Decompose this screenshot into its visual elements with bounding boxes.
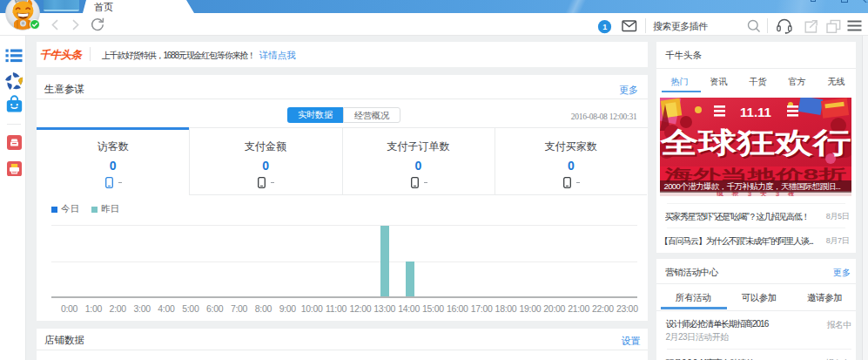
svg-text:11.11: 11.11 (740, 105, 771, 119)
svg-text:1: 1 (602, 23, 607, 31)
svg-text:全球狂欢行: 全球狂欢行 (660, 126, 851, 159)
